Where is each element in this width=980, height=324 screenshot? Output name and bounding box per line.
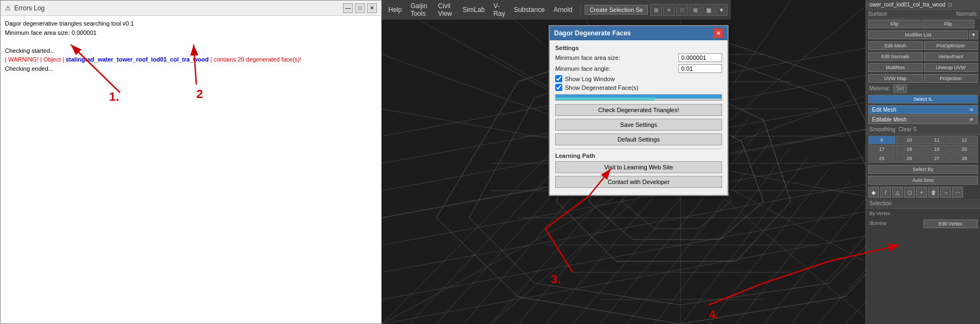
tb-icon-3[interactable]: □	[676, 4, 688, 16]
log-text-2: Minimum face area size: 0.000001	[5, 29, 97, 36]
menu-vray[interactable]: V-Ray	[490, 1, 508, 19]
unwrap-uvw-shortcut[interactable]: Unwrap UVW	[924, 63, 978, 72]
stack-label-0: Edit Mesh	[872, 107, 896, 113]
modifier-list-dropdown[interactable]: Modifier List	[868, 30, 968, 39]
toolbar-icons: ⊞ ≡ □ ⊠ ▦ ▼	[650, 4, 728, 16]
rp-object-name: ower_roof_lod01_col_tra_wood □	[866, 0, 980, 10]
warning-prefix: | WARNING! | Object |	[5, 56, 64, 63]
rp-row-edit-proopt: Edit Mesh ProOptimizer	[866, 40, 980, 51]
errors-log-title: ⚠ Errors Log	[5, 4, 45, 12]
rp-row-multires-unwrap: MultiRes Unwrap UVW	[866, 62, 980, 73]
smooth-btn-19[interactable]: 19	[923, 145, 951, 154]
multires-shortcut[interactable]: MultiRes	[868, 63, 923, 72]
clear-s-btn[interactable]: Clear S	[898, 126, 916, 132]
prooptimizer-shortcut[interactable]: ProOptimizer	[924, 41, 978, 50]
tb-icon-2[interactable]: ≡	[663, 4, 675, 16]
log-text-1: Dagor degenerative triangles searching t…	[5, 20, 134, 27]
rp-flip2-button[interactable]: Flip	[922, 20, 974, 28]
smooth-groups-grid: 9 10 11 12 17 18 19 20 25 26 27 28	[866, 135, 980, 164]
smooth-btn-10[interactable]: 10	[896, 136, 923, 144]
smooth-btn-28[interactable]: 28	[951, 154, 978, 163]
stack-visibility-icon-2[interactable]: 👁	[969, 117, 974, 123]
tb-icon-expand[interactable]: ▼	[716, 4, 728, 16]
rp-elem-icon[interactable]: ⬡	[904, 187, 915, 198]
illumina-row: Illumina Edit Vertex	[866, 218, 980, 229]
log-text-4: Checking started...	[5, 47, 55, 54]
visit-learning-button[interactable]: Visit to Learning Web Site	[555, 161, 722, 173]
log-text-end: Checking ended...	[5, 65, 53, 72]
maximize-button[interactable]: □	[355, 3, 365, 13]
save-settings-button[interactable]: Save Settings	[555, 119, 722, 131]
errors-log-title-text: Errors Log	[14, 4, 45, 12]
menu-simlab[interactable]: SimLab	[459, 5, 488, 15]
tb-icon-5[interactable]: ▦	[702, 4, 714, 16]
settings-section-label: Settings	[555, 45, 722, 51]
menu-help[interactable]: Help	[385, 5, 405, 15]
show-degenerated-checkbox[interactable]	[555, 84, 562, 91]
modifier-list-arrow[interactable]: ▼	[969, 30, 978, 39]
contact-developer-button[interactable]: Contact with Developer	[555, 176, 722, 188]
vertex-selection-row: By Vertex	[866, 209, 980, 218]
rp-trash-icon[interactable]: 🗑	[928, 187, 939, 198]
smoothing-section: Smoothing Clear S	[866, 125, 980, 135]
material-label: Material:	[869, 85, 890, 91]
rp-add-icon[interactable]: +	[916, 187, 927, 198]
edit-normals-shortcut[interactable]: Edit Normals	[868, 52, 923, 61]
min-face-angle-input[interactable]	[678, 64, 722, 73]
material-set-btn[interactable]: Set	[893, 84, 907, 93]
stack-label-1: Editable Mesh	[872, 117, 906, 123]
select-by-row: Select By	[866, 164, 980, 175]
close-button[interactable]: ✕	[367, 3, 377, 13]
edit-mesh-shortcut[interactable]: Edit Mesh	[868, 41, 923, 50]
create-selection-button[interactable]: Create Selection Se	[585, 5, 648, 15]
uvwmap-shortcut[interactable]: UVW Map	[868, 74, 923, 83]
auto-smooth-button[interactable]: Auto Smo	[868, 176, 978, 185]
select-by-button[interactable]: Select By	[868, 165, 978, 174]
select-il-button[interactable]: Select IL	[868, 95, 978, 103]
dagor-close-button[interactable]: ✕	[713, 28, 723, 38]
by-vertex-label: By Vertex	[868, 210, 978, 217]
selection-label: Selection	[869, 200, 892, 206]
rp-edge-icon[interactable]: /	[880, 187, 891, 198]
min-face-angle-label: Minimum face angle:	[555, 65, 675, 72]
stack-visibility-icon[interactable]: 👁	[969, 107, 974, 113]
smooth-btn-27[interactable]: 27	[923, 154, 951, 163]
tb-icon-4[interactable]: ⊠	[689, 4, 701, 16]
smooth-btn-12[interactable]: 12	[951, 136, 978, 144]
menu-arnold[interactable]: Arnold	[550, 5, 576, 15]
menu-gaijin[interactable]: Gaijin Tools	[407, 1, 433, 19]
dialog-divider	[555, 149, 722, 149]
vertexpaint-shortcut[interactable]: VertexPaint	[924, 52, 978, 61]
errors-log-window: ⚠ Errors Log — □ ✕ Dagor degenerative tr…	[0, 0, 382, 324]
minimize-button[interactable]: —	[343, 3, 353, 13]
smooth-btn-9[interactable]: 9	[868, 136, 895, 144]
smooth-btn-17[interactable]: 17	[868, 145, 895, 154]
edit-vertex-btn[interactable]: Edit Vertex	[923, 219, 978, 228]
smooth-btn-25[interactable]: 25	[868, 154, 895, 163]
smooth-btn-11[interactable]: 11	[923, 136, 951, 144]
smooth-btn-26[interactable]: 26	[896, 154, 923, 163]
menu-substance[interactable]: Substance	[510, 5, 548, 15]
rp-flip-button[interactable]: Flip	[868, 20, 921, 28]
rp-arrow-icon[interactable]: →	[940, 187, 951, 198]
log-content: Dagor degenerative triangles searching t…	[1, 16, 381, 323]
log-line-empty	[5, 37, 377, 46]
rp-more-icon[interactable]: ⋯	[952, 187, 963, 198]
default-settings-button[interactable]: Default Settings	[555, 133, 722, 145]
learning-path-label: Learning Path	[555, 152, 722, 159]
min-face-area-input[interactable]	[678, 53, 722, 62]
right-modifier-panel: ower_roof_lod01_col_tra_wood □ Surface N…	[865, 0, 980, 324]
smooth-btn-20[interactable]: 20	[951, 145, 978, 154]
dagor-dialog-body: Settings Minimum face area size: Minimum…	[550, 40, 728, 195]
smooth-btn-18[interactable]: 18	[896, 145, 923, 154]
show-log-checkbox[interactable]	[555, 75, 562, 82]
rp-face-icon[interactable]: △	[892, 187, 903, 198]
stack-item-edit-mesh[interactable]: Edit Mesh 👁	[868, 105, 978, 114]
check-degenerated-button[interactable]: Check Degenerated Triangles!	[555, 104, 722, 116]
show-degenerated-row: Show Degenerated Face(s)	[555, 84, 722, 91]
rp-vertex-icon[interactable]: ◆	[868, 187, 879, 198]
projection-shortcut[interactable]: Projection	[924, 74, 978, 83]
menu-civil[interactable]: Civil View	[435, 1, 457, 19]
tb-icon-1[interactable]: ⊞	[650, 4, 662, 16]
stack-item-editable-mesh[interactable]: Editable Mesh 👁	[868, 115, 978, 124]
